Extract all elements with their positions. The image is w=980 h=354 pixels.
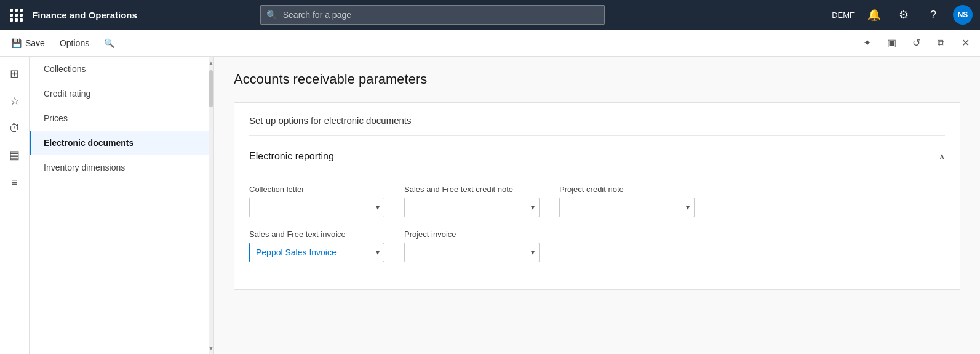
options-label: Options [60, 38, 89, 48]
search-icon: 🔍 [266, 10, 277, 20]
project-invoice-field: Project invoice ▾ [404, 230, 540, 262]
sidebar-icon-modules[interactable]: ≡ [2, 170, 27, 195]
project-invoice-label: Project invoice [404, 230, 540, 239]
form-row-2: Sales and Free text invoice Peppol Sales… [249, 230, 945, 262]
collection-letter-label: Collection letter [249, 185, 384, 194]
sidebar-icon-home[interactable]: ⊞ [2, 62, 27, 86]
scroll-down-arrow[interactable]: ▼ [209, 342, 213, 354]
search-input[interactable] [260, 5, 605, 25]
project-credit-note-select[interactable] [559, 198, 695, 217]
nav-right: DEMF 🔔 ⚙ ? NS [832, 5, 973, 25]
toolbar: 💾 Save Options 🔍 ✦ ▣ ↺ ⧉ ✕ [0, 30, 980, 57]
electronic-reporting-title: Electronic reporting [249, 151, 334, 162]
environment-label: DEMF [832, 10, 855, 20]
project-invoice-select-wrapper: ▾ [404, 243, 540, 262]
content-card: Set up options for electronic documents … [234, 102, 960, 290]
options-button[interactable]: Options [54, 34, 95, 52]
collapse-icon[interactable]: ∧ [939, 151, 945, 161]
section-description: Set up options for electronic documents [234, 103, 960, 135]
nav-item-inventory-dimensions[interactable]: Inventory dimensions [30, 155, 213, 180]
project-invoice-select[interactable] [404, 243, 540, 262]
sales-invoice-select-wrapper: Peppol Sales Invoice ▾ [249, 243, 384, 262]
sidebar-icon-favorites[interactable]: ☆ [2, 89, 27, 113]
left-sidebar: ⊞ ☆ ⏱ ▤ ≡ [0, 57, 30, 354]
nav-item-collections[interactable]: Collections [30, 57, 213, 81]
main-layout: ⊞ ☆ ⏱ ▤ ≡ Collections Credit rating Pric… [0, 57, 980, 354]
scroll-thumb[interactable] [209, 70, 213, 107]
waffle-menu-icon[interactable] [7, 6, 25, 23]
sidebar-icon-workspaces[interactable]: ▤ [2, 143, 27, 167]
nav-item-credit-rating[interactable]: Credit rating [30, 81, 213, 106]
save-label: Save [25, 38, 45, 48]
sales-invoice-field: Sales and Free text invoice Peppol Sales… [249, 230, 384, 262]
search-toolbar-icon: 🔍 [104, 38, 114, 48]
collection-letter-field: Collection letter ▾ [249, 185, 384, 217]
close-icon[interactable]: ✕ [955, 33, 975, 53]
settings-icon[interactable]: ⚙ [894, 5, 914, 25]
form-row-1: Collection letter ▾ Sales and Free text … [249, 185, 945, 217]
refresh-icon[interactable]: ↺ [906, 33, 926, 53]
personalize-icon[interactable]: ✦ [857, 33, 877, 53]
toolbar-right: ✦ ▣ ↺ ⧉ ✕ [857, 33, 975, 53]
nav-item-prices[interactable]: Prices [30, 106, 213, 131]
search-toolbar-button[interactable]: 🔍 [98, 34, 121, 52]
project-credit-note-field: Project credit note ▾ [559, 185, 695, 217]
sidebar-icon-recent[interactable]: ⏱ [2, 116, 27, 140]
app-title: Finance and Operations [32, 10, 137, 20]
sales-credit-note-field: Sales and Free text credit note ▾ [404, 185, 540, 217]
collection-letter-select[interactable] [249, 198, 384, 217]
content-area: Accounts receivable parameters Set up op… [214, 57, 980, 354]
save-button[interactable]: 💾 Save [5, 34, 51, 52]
save-icon: 💾 [11, 38, 22, 48]
collection-letter-select-wrapper: ▾ [249, 198, 384, 217]
nav-list: Collections Credit rating Prices Electro… [30, 57, 213, 354]
user-avatar[interactable]: NS [953, 5, 973, 25]
popout-icon[interactable]: ⧉ [931, 33, 950, 53]
sales-invoice-select[interactable]: Peppol Sales Invoice [249, 243, 384, 262]
project-credit-note-label: Project credit note [559, 185, 695, 194]
sales-credit-note-select-wrapper: ▾ [404, 198, 540, 217]
help-icon[interactable]: ? [923, 5, 943, 25]
nav-scrollbar: ▲ ▼ [209, 57, 213, 354]
scroll-up-arrow[interactable]: ▲ [209, 57, 213, 69]
project-credit-note-select-wrapper: ▾ [559, 198, 695, 217]
reading-mode-icon[interactable]: ▣ [882, 33, 901, 53]
notifications-icon[interactable]: 🔔 [864, 5, 884, 25]
nav-panel: Collections Credit rating Prices Electro… [30, 57, 214, 354]
search-wrapper: 🔍 [260, 5, 605, 25]
nav-item-electronic-documents[interactable]: Electronic documents [30, 131, 213, 155]
nav-left: Finance and Operations [7, 6, 143, 23]
sales-invoice-label: Sales and Free text invoice [249, 230, 384, 239]
electronic-reporting-header: Electronic reporting ∧ [249, 151, 945, 172]
top-navbar: Finance and Operations 🔍 DEMF 🔔 ⚙ ? NS [0, 0, 980, 30]
sales-credit-note-label: Sales and Free text credit note [404, 185, 540, 194]
search-bar: 🔍 [260, 5, 605, 25]
section-body: Electronic reporting ∧ Collection letter… [234, 136, 960, 289]
sales-credit-note-select[interactable] [404, 198, 540, 217]
page-title: Accounts receivable parameters [234, 71, 960, 87]
